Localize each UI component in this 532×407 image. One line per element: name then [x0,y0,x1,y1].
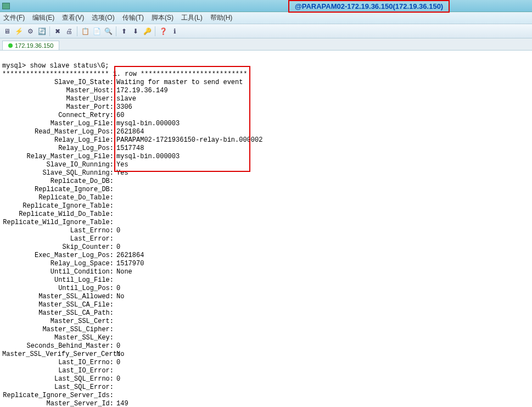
field-value: No [114,350,124,359]
field-value: 3306 [114,103,132,111]
field-value: mysql-bin.000003 [114,153,180,161]
menu-file[interactable]: 文件(F) [3,13,25,23]
field-label: Relay_Master_Log_File: [2,153,114,161]
menu-script[interactable]: 脚本(S) [152,13,173,23]
status-row: Skip_Counter:0 [2,243,530,252]
status-row: Master_Host:172.19.36.149 [2,87,530,95]
status-row: Master_Log_File:mysql-bin.000003 [2,120,530,128]
status-row: Master_SSL_Cert: [2,317,530,326]
field-value [114,276,116,285]
upload-icon[interactable]: ⬆ [119,26,129,36]
status-row: Master_SSL_Key: [2,334,530,342]
status-row: Last_Error: [2,235,530,243]
field-value: 2621864 [114,128,144,136]
status-row: Replicate_Do_Table: [2,194,530,202]
status-row: Master_Port:3306 [2,103,530,111]
field-label: Slave_IO_Running: [2,161,114,169]
status-row: Master_Server_Id:149 [2,400,530,407]
terminal-output[interactable]: mysql> show slave status\G; ************… [0,51,532,407]
status-row: Relay_Log_File:PARAPAM02-1721936150-rela… [2,136,530,144]
field-value: 149 [114,400,128,407]
field-label: Master_Log_File: [2,120,114,128]
connected-icon [8,43,13,48]
field-value [114,202,116,210]
status-row: Last_SQL_Error: [2,383,530,392]
status-row: Replicate_Wild_Do_Table: [2,210,530,219]
help-icon[interactable]: ❓ [158,26,168,36]
field-label: Until_Log_Pos: [2,285,114,293]
field-label: Last_IO_Errno: [2,359,114,367]
menu-help[interactable]: 帮助(H) [210,13,233,23]
status-row: Last_SQL_Errno:0 [2,375,530,383]
status-row: Master_SSL_Verify_Server_Cert:No [2,350,530,359]
app-icon [2,3,10,9]
field-label: Seconds_Behind_Master: [2,342,114,350]
status-row: Master_SSL_CA_File: [2,301,530,309]
menu-transfer[interactable]: 传输(T) [122,13,144,23]
field-label: Relay_Log_Pos: [2,144,114,153]
field-value [114,326,116,334]
field-label: Replicate_Do_Table: [2,194,114,202]
field-label: Last_Error: [2,235,114,243]
status-row: Relay_Log_Pos:1517748 [2,144,530,153]
field-value [114,177,116,186]
copy-icon[interactable]: 📋 [80,26,90,36]
disconnect-icon[interactable]: ✖ [53,26,63,36]
menu-view[interactable]: 查看(V) [62,13,84,23]
field-label: Connect_Retry: [2,111,114,120]
status-row: Master_User:slave [2,95,530,103]
field-label: Read_Master_Log_Pos: [2,128,114,136]
field-value: 2621864 [114,252,144,260]
toolbar: 🖥 ⚡ ⚙ 🔄 ✖ 🖨 📋 📄 🔍 ⬆ ⬇ 🔑 ❓ ℹ [0,24,532,38]
find-icon[interactable]: 🔍 [103,26,113,36]
session-tab[interactable]: 172.19.36.150 [2,41,59,50]
field-label: Skip_Counter: [2,243,114,252]
status-row: Replicate_Ignore_Table: [2,202,530,210]
menu-tools[interactable]: 工具(L) [181,13,203,23]
field-label: Master_SSL_Cipher: [2,326,114,334]
status-row: Relay_Master_Log_File:mysql-bin.000003 [2,153,530,161]
field-label: Master_SSL_CA_Path: [2,309,114,317]
field-value: 0 [114,285,120,293]
menubar: 文件(F) 编辑(E) 查看(V) 选项(O) 传输(T) 脚本(S) 工具(L… [0,12,532,24]
status-row: Slave_IO_State:Waiting for master to sen… [2,79,530,87]
status-row: Last_IO_Error: [2,367,530,375]
separator [49,26,50,36]
row-header: *************************** 1. row *****… [2,70,247,78]
paste-icon[interactable]: 📄 [92,26,102,36]
tabbar: 172.19.36.150 [0,38,532,51]
field-label: Master_Host: [2,87,114,95]
field-value: 0 [114,243,120,252]
status-row: Replicate_Ignore_DB: [2,186,530,194]
status-row: Slave_IO_Running:Yes [2,161,530,169]
field-label: Master_SSL_Key: [2,334,114,342]
field-label: Master_User: [2,95,114,103]
status-row: Seconds_Behind_Master:0 [2,342,530,350]
options-icon[interactable]: ⚙ [25,26,35,36]
quick-connect-icon[interactable]: ⚡ [14,26,24,36]
reconnect-icon[interactable]: 🔄 [37,26,47,36]
field-value: 0 [114,359,120,367]
key-icon[interactable]: 🔑 [142,26,152,36]
menu-edit[interactable]: 编辑(E) [32,13,54,23]
print-icon[interactable]: 🖨 [64,26,74,36]
field-value: PARAPAM02-1721936150-relay-bin.000002 [114,136,262,144]
field-value: None [114,268,132,276]
field-value [114,186,116,194]
field-value: Yes [114,169,128,177]
field-value [114,334,116,342]
download-icon[interactable]: ⬇ [131,26,141,36]
status-row: Read_Master_Log_Pos:2621864 [2,128,530,136]
field-label: Replicate_Do_DB: [2,177,114,186]
field-value: Yes [114,161,128,169]
field-value [114,210,116,219]
field-label: Slave_SQL_Running: [2,169,114,177]
status-row: Master_SSL_CA_Path: [2,309,530,317]
field-value: 60 [114,111,124,120]
field-label: Master_Server_Id: [2,400,114,407]
connect-icon[interactable]: 🖥 [2,26,12,36]
about-icon[interactable]: ℹ [170,26,180,36]
menu-options[interactable]: 选项(O) [92,13,114,23]
field-value [114,235,116,243]
field-value [114,194,116,202]
